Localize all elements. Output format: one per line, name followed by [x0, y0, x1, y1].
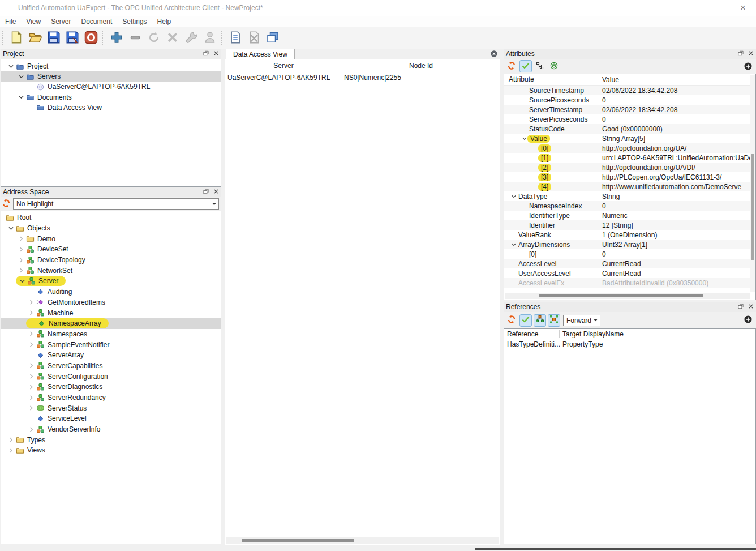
tree-item-sampleeventnotifier[interactable]: SampleEventNotifier	[1, 339, 221, 350]
float-panel-button[interactable]	[202, 50, 210, 58]
tree-item-servers[interactable]: Servers	[1, 71, 221, 82]
auto-update-toggle[interactable]	[519, 314, 532, 327]
tree-item-uaserverc-laptop-6ak59trl[interactable]: UaServerC@LAPTOP-6AK59TRL	[1, 82, 221, 92]
chevron-right-icon[interactable]	[26, 298, 36, 306]
add-button[interactable]	[742, 61, 754, 73]
close-panel-button[interactable]	[212, 188, 220, 196]
chevron-right-icon[interactable]	[26, 330, 36, 338]
chevron-right-icon[interactable]	[16, 266, 26, 275]
tree-item-namespacearray[interactable]: NamespaceArray	[1, 318, 221, 329]
new-document-button[interactable]	[7, 29, 25, 47]
minimize-button[interactable]	[678, 0, 704, 16]
add-document-button[interactable]	[226, 29, 244, 47]
tree-item-deviceset[interactable]: DeviceSet	[1, 244, 221, 255]
auto-update-toggle[interactable]	[519, 60, 532, 72]
tree-item-project[interactable]: Project	[1, 61, 221, 71]
highlight-filter-select[interactable]: No Highlight	[13, 198, 219, 210]
tree-item-server[interactable]: Server	[1, 276, 221, 287]
chevron-down-icon[interactable]	[6, 62, 16, 71]
tree-item-types[interactable]: Types	[1, 434, 221, 445]
tab-data-access-view[interactable]: Data Access View	[226, 49, 295, 59]
chevron-right-icon[interactable]	[6, 446, 16, 455]
power-button[interactable]	[82, 29, 100, 47]
chevron-down-icon[interactable]	[509, 241, 518, 248]
refresh-icon[interactable]	[2, 199, 12, 209]
attribute-row-valuerank[interactable]: ValueRank1 (OneDimension)	[504, 230, 755, 240]
attribute-row-3[interactable]: [3]http://PLCopen.org/OpcUa/IEC61131-3/	[504, 172, 755, 182]
attribute-row-serverpicoseconds[interactable]: ServerPicoseconds0	[504, 114, 755, 124]
tree-item-root[interactable]: Root	[1, 212, 221, 223]
add-server-button[interactable]	[108, 29, 125, 47]
attribute-row-namespaceindex[interactable]: NamespaceIndex0	[504, 201, 755, 211]
remove-server-button[interactable]	[126, 29, 144, 47]
column-header-attribute[interactable]: Attribute	[504, 75, 599, 84]
remove-document-button[interactable]	[245, 29, 263, 47]
tree-item-data-access-view[interactable]: Data Access View	[1, 102, 221, 113]
column-header-reference[interactable]: Reference	[504, 330, 560, 338]
chevron-right-icon[interactable]	[26, 361, 36, 370]
cascade-windows-button[interactable]	[264, 29, 281, 47]
close-panel-button[interactable]	[747, 303, 755, 311]
attribute-row-accesslevel[interactable]: AccessLevelCurrentRead	[504, 259, 755, 268]
disconnect-server-button[interactable]	[164, 29, 181, 47]
attribute-row-0[interactable]: [0]http://opcfoundation.org/UA/	[504, 143, 755, 153]
attribute-row-identifier[interactable]: Identifier12 [String]	[504, 220, 755, 230]
close-button[interactable]: ×	[730, 0, 756, 16]
chevron-right-icon[interactable]	[26, 394, 36, 402]
column-header-target-displayname[interactable]: Target DisplayName	[560, 330, 624, 338]
tree-item-servercapabilities[interactable]: ServerCapabilities	[1, 361, 221, 371]
reference-row[interactable]: HasTypeDefiniti...PropertyType	[504, 339, 755, 349]
attribute-row-2[interactable]: [2]http://opcfoundation.org/UA/DI/	[504, 163, 755, 172]
tree-item-serverarray[interactable]: ServerArray	[1, 350, 221, 361]
attribute-row-0[interactable]: [0]0	[504, 249, 755, 259]
chevron-right-icon[interactable]	[26, 425, 36, 434]
tree-item-views[interactable]: Views	[1, 445, 221, 456]
scrollbar-thumb[interactable]	[751, 154, 754, 260]
chevron-right-icon[interactable]	[26, 404, 36, 412]
chevron-right-icon[interactable]	[16, 234, 26, 243]
tree-item-devicetopology[interactable]: DeviceTopology	[1, 255, 221, 266]
attribute-row-arraydimensions[interactable]: ArrayDimensionsUInt32 Array[1]	[504, 240, 755, 249]
tree-item-auditing[interactable]: Auditing	[1, 287, 221, 297]
save-as-button[interactable]	[63, 29, 81, 47]
menu-server[interactable]: Server	[46, 16, 76, 27]
float-panel-button[interactable]	[202, 188, 210, 196]
chevron-down-icon[interactable]	[16, 93, 26, 101]
properties-button[interactable]	[182, 29, 200, 47]
attribute-row-value[interactable]: ValueString Array[5]	[504, 134, 755, 143]
attribute-row-accesslevelex[interactable]: AccessLevelExBadAttributeIdInvalid (0x80…	[504, 278, 755, 288]
vertical-scrollbar[interactable]	[750, 75, 755, 292]
chevron-down-icon[interactable]	[17, 277, 27, 285]
chevron-right-icon[interactable]	[26, 372, 36, 381]
attribute-row-statuscode[interactable]: StatusCodeGood (0x00000000)	[504, 124, 755, 134]
tree-item-documents[interactable]: Documents	[1, 92, 221, 102]
tree-item-demo[interactable]: Demo	[1, 233, 221, 244]
attribute-row-servertimestamp[interactable]: ServerTimestamp02/06/2022 18:34:42.208	[504, 105, 755, 114]
float-panel-button[interactable]	[737, 50, 745, 58]
attribute-row-sourcepicoseconds[interactable]: SourcePicoseconds0	[504, 95, 755, 105]
hierarchical-references-toggle[interactable]	[534, 314, 546, 327]
column-header-server[interactable]: Server	[225, 59, 342, 72]
horizontal-scrollbar[interactable]	[226, 537, 499, 544]
column-header-value[interactable]: Value	[599, 76, 619, 84]
expand-hierarchy-button[interactable]	[534, 60, 546, 72]
save-project-button[interactable]	[45, 29, 62, 47]
tree-item-networkset[interactable]: NetworkSet	[1, 265, 221, 276]
tree-item-serverredundancy[interactable]: ServerRedundancy	[1, 392, 221, 403]
close-panel-button[interactable]	[747, 50, 755, 58]
chevron-right-icon[interactable]	[16, 245, 26, 254]
direction-select[interactable]: Forward	[563, 315, 600, 326]
attribute-row-useraccesslevel[interactable]: UserAccessLevelCurrentRead	[504, 268, 755, 278]
user-button[interactable]	[201, 29, 218, 47]
tree-item-serverstatus[interactable]: ServerStatus	[1, 403, 221, 413]
column-header-node-id[interactable]: Node Id	[342, 59, 500, 72]
chevron-right-icon[interactable]	[26, 309, 36, 317]
tree-item-machine[interactable]: Machine	[1, 307, 221, 318]
attribute-row-identifiertype[interactable]: IdentifierTypeNumeric	[504, 211, 755, 220]
menu-help[interactable]: Help	[152, 16, 177, 27]
attribute-row-1[interactable]: [1]urn:LAPTOP-6AK59TRL:UnifiedAutomation…	[504, 153, 755, 163]
tree-item-vendorserverinfo[interactable]: VendorServerInfo	[1, 424, 221, 435]
tree-item-namespaces[interactable]: Namespaces	[1, 329, 221, 340]
chevron-down-icon[interactable]	[6, 224, 16, 233]
refresh-button[interactable]	[505, 60, 518, 72]
